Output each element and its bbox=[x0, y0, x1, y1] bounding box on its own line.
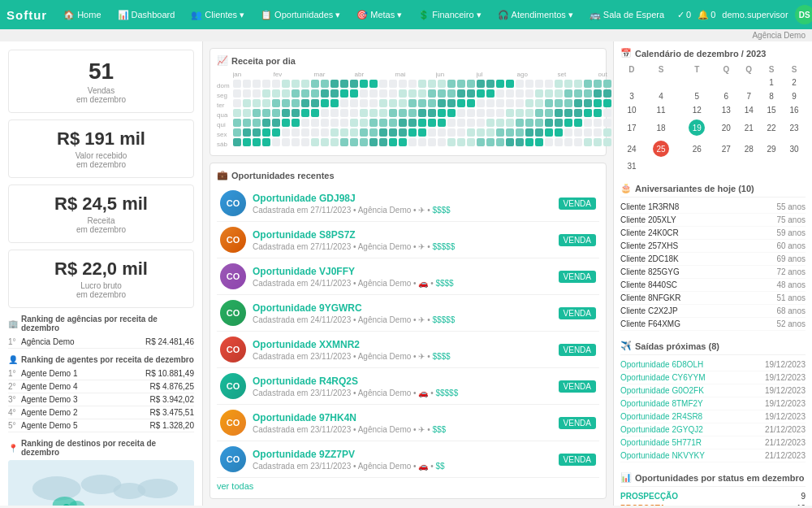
cal-day[interactable]: 15 bbox=[760, 103, 783, 117]
ranking-agencias: 🏢 Ranking de agências por receita de dez… bbox=[8, 315, 194, 349]
cal-day[interactable]: 8 bbox=[760, 89, 783, 103]
cal-day[interactable]: 11 bbox=[643, 103, 679, 117]
oport-meta: Cadastrada em 24/11/2023 • Agência Demo … bbox=[253, 279, 559, 288]
cal-day[interactable]: 16 bbox=[783, 103, 806, 117]
oport-item[interactable]: CO Oportunidade 9ZZ7PV Cadastrada em 23/… bbox=[217, 441, 599, 478]
stat-receita-number: R$ 24,5 mil bbox=[17, 193, 185, 215]
brand: Softur bbox=[6, 8, 47, 22]
cal-day[interactable]: 22 bbox=[760, 117, 783, 138]
oport-avatar: CO bbox=[220, 300, 246, 326]
cal-day bbox=[783, 159, 806, 173]
cal-day[interactable]: 5 bbox=[679, 89, 715, 103]
cal-day[interactable]: 9 bbox=[783, 89, 806, 103]
cal-day[interactable]: 4 bbox=[643, 89, 679, 103]
oport-item[interactable]: CO Oportunidade XXMNR2 Cadastrada em 23/… bbox=[217, 332, 599, 368]
cal-day[interactable]: 28 bbox=[737, 138, 760, 159]
center-panel: 📈 Receita por dia domsegterquaquisexsábj… bbox=[203, 41, 613, 506]
cal-day[interactable]: 29 bbox=[760, 138, 783, 159]
cal-header: S bbox=[783, 63, 806, 76]
saida-item: Oportunidade 2GYQJ221/12/2023 bbox=[620, 423, 806, 436]
saida-item: Oportunidade 6D8OLH19/12/2023 bbox=[620, 358, 806, 371]
oport-item[interactable]: CO Oportunidade VJ0FFY Cadastrada em 24/… bbox=[217, 258, 599, 295]
nav-metas[interactable]: 🎯 Metas ▾ bbox=[350, 10, 408, 20]
ranking-item: 3°Agente Demo 3R$ 3.942,02 bbox=[8, 393, 194, 406]
oport-title: Oportunidade GDJ98J bbox=[253, 193, 559, 204]
cal-day[interactable]: 12 bbox=[679, 103, 715, 117]
metas-icon: 🎯 bbox=[356, 10, 368, 20]
cal-day[interactable]: 3 bbox=[620, 89, 643, 103]
cal-day[interactable]: 31 bbox=[620, 159, 643, 173]
cal-day bbox=[679, 76, 715, 89]
oport-avatar: CO bbox=[220, 446, 246, 472]
aniversariantes-list: Cliente 1R3RN855 anosCliente 205XLY75 an… bbox=[620, 201, 806, 331]
oport-meta: Cadastrada em 27/11/2023 • Agência Demo … bbox=[253, 206, 559, 215]
stat-valor-number: R$ 191 mil bbox=[17, 128, 185, 150]
saida-item: Oportunidade 2R4SR819/12/2023 bbox=[620, 410, 806, 423]
cal-day[interactable]: 6 bbox=[715, 89, 737, 103]
atendimentos-icon: 🎧 bbox=[498, 10, 509, 20]
cal-day[interactable]: 14 bbox=[737, 103, 760, 117]
stat-lucro-number: R$ 22,0 mil bbox=[17, 258, 185, 280]
nav-clientes[interactable]: 👥 Clientes ▾ bbox=[184, 10, 251, 20]
oport-title: Oportunidade 97HK4N bbox=[253, 412, 559, 423]
cal-day[interactable]: 19 bbox=[679, 117, 715, 138]
heatmap-title: 📈 Receita por dia bbox=[217, 55, 599, 66]
stat-lucro-label: Lucro brutoem dezembro bbox=[17, 281, 185, 299]
bell-notification[interactable]: 🔔 0 bbox=[698, 10, 715, 20]
cal-highlight[interactable]: 25 bbox=[653, 141, 669, 157]
oport-item[interactable]: CO Oportunidade 97HK4N Cadastrada em 23/… bbox=[217, 405, 599, 441]
cal-week: 10111213141516 bbox=[620, 103, 806, 117]
oport-badge: VENDA bbox=[559, 380, 596, 393]
cal-day[interactable]: 13 bbox=[715, 103, 737, 117]
nav-financeiro[interactable]: 💲 Financeiro ▾ bbox=[412, 10, 487, 20]
cal-day[interactable]: 2 bbox=[783, 76, 806, 89]
oport-icon: 💼 bbox=[217, 170, 228, 180]
cal-day[interactable]: 1 bbox=[760, 76, 783, 89]
oport-item[interactable]: CO Oportunidade S8PS7Z Cadastrada em 27/… bbox=[217, 222, 599, 258]
check-notification[interactable]: ✓ 0 bbox=[677, 10, 691, 20]
oport-item[interactable]: CO Oportunidade 9YGWRC Cadastrada em 24/… bbox=[217, 295, 599, 332]
cal-day[interactable]: 25 bbox=[643, 138, 679, 159]
cal-day[interactable]: 21 bbox=[737, 117, 760, 138]
cal-day[interactable]: 24 bbox=[620, 138, 643, 159]
oport-avatar: CO bbox=[220, 336, 246, 363]
nav-sala-espera[interactable]: 🚌 Sala de Espera bbox=[583, 10, 671, 20]
cal-day[interactable]: 18 bbox=[643, 117, 679, 138]
ver-todas-link[interactable]: ver todas bbox=[217, 481, 253, 491]
agency-bar: Agência Demo bbox=[0, 29, 812, 41]
nav-dashboard[interactable]: 📊 Dashboard bbox=[111, 10, 182, 20]
cal-day[interactable]: 10 bbox=[620, 103, 643, 117]
aniv-item: Cliente 1R3RN855 anos bbox=[620, 201, 806, 214]
ranking-agentes-list: 1°Agente Demo 1R$ 10.881,492°Agente Demo… bbox=[8, 367, 194, 432]
oport-meta: Cadastrada em 23/11/2023 • Agência Demo … bbox=[253, 425, 559, 434]
navbar: Softur 🏠 Home 📊 Dashboard 👥 Clientes ▾ 📋… bbox=[0, 0, 812, 29]
oportunidades-card: 💼 Oportunidades recentes CO Oportunidade… bbox=[209, 163, 607, 499]
cal-day[interactable]: 30 bbox=[783, 138, 806, 159]
cal-header: Q bbox=[737, 63, 760, 76]
oport-avatar: CO bbox=[220, 373, 246, 399]
nav-oportunidades[interactable]: 📋 Oportunidades ▾ bbox=[254, 10, 347, 20]
building-icon: 🏢 bbox=[8, 319, 18, 328]
heatmap-container: domsegterquaquisexsábjanfevmarabrmaijunj… bbox=[217, 71, 599, 149]
aniv-item: Cliente 205XLY75 anos bbox=[620, 214, 806, 227]
cake-icon: 🎂 bbox=[620, 183, 632, 193]
oport-badge: VENDA bbox=[559, 271, 596, 283]
cal-day[interactable]: 26 bbox=[679, 138, 715, 159]
oport-item[interactable]: CO Oportunidade GDJ98J Cadastrada em 27/… bbox=[217, 185, 599, 222]
cal-day[interactable]: 20 bbox=[715, 117, 737, 138]
user-avatar[interactable]: DS bbox=[795, 5, 812, 24]
cal-today[interactable]: 19 bbox=[689, 119, 705, 136]
nav-atendimentos[interactable]: 🎧 Atendimentos ▾ bbox=[491, 10, 580, 20]
user-name: demo.supervisor bbox=[722, 10, 788, 20]
nav-home[interactable]: 🏠 Home bbox=[57, 10, 107, 20]
saidas-title: ✈️ Saídas próximas (8) bbox=[620, 337, 806, 355]
chart-icon: 📈 bbox=[217, 55, 228, 66]
calendar-title: 📅 Calendário de dezembro / 2023 bbox=[620, 48, 806, 59]
cal-day[interactable]: 7 bbox=[737, 89, 760, 103]
oport-item[interactable]: CO Oportunidade R4RQ2S Cadastrada em 23/… bbox=[217, 368, 599, 405]
cal-day[interactable]: 27 bbox=[715, 138, 737, 159]
cal-week: 31 bbox=[620, 159, 806, 173]
cal-day[interactable]: 23 bbox=[783, 117, 806, 138]
cal-day[interactable]: 17 bbox=[620, 117, 643, 138]
nav-right: ✓ 0 🔔 0 demo.supervisor DS bbox=[677, 5, 812, 24]
